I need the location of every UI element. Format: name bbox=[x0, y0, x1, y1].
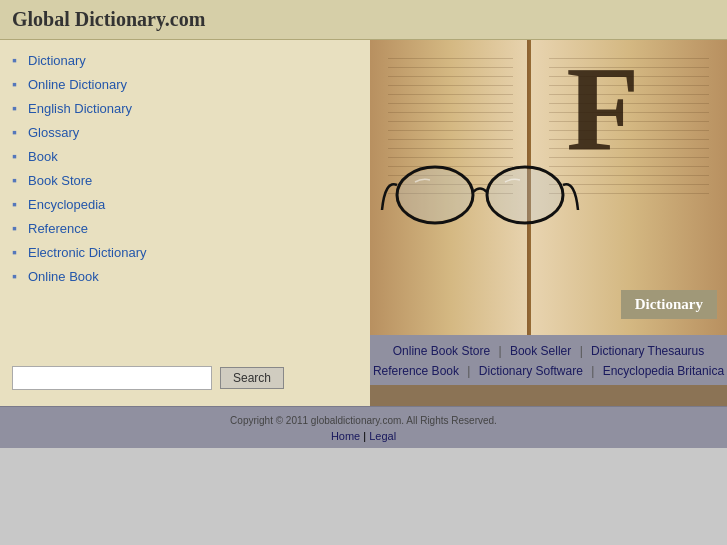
nav-label: Book bbox=[28, 149, 58, 164]
left-column: ▪Dictionary▪Online Dictionary▪English Di… bbox=[0, 40, 370, 406]
site-title: Global Dictionary.com bbox=[12, 8, 715, 31]
footer-legal-link[interactable]: Legal bbox=[369, 430, 396, 442]
link-reference-book[interactable]: Reference Book bbox=[373, 364, 459, 378]
nav-bullet: ▪ bbox=[12, 124, 22, 140]
nav-label: Glossary bbox=[28, 125, 79, 140]
sidebar-item-glossary[interactable]: ▪Glossary bbox=[0, 120, 370, 144]
copyright-text: Copyright © 2011 globaldictionary.com. A… bbox=[0, 413, 727, 428]
sidebar-item-encyclopedia[interactable]: ▪Encyclopedia bbox=[0, 192, 370, 216]
sidebar-item-book-store[interactable]: ▪Book Store bbox=[0, 168, 370, 192]
link-book-seller[interactable]: Book Seller bbox=[510, 344, 571, 358]
sidebar-item-english-dictionary[interactable]: ▪English Dictionary bbox=[0, 96, 370, 120]
sidebar-item-electronic-dictionary[interactable]: ▪Electronic Dictionary bbox=[0, 240, 370, 264]
nav-bullet: ▪ bbox=[12, 172, 22, 188]
sidebar-item-reference[interactable]: ▪Reference bbox=[0, 216, 370, 240]
nav-label: Reference bbox=[28, 221, 88, 236]
nav-bullet: ▪ bbox=[12, 52, 22, 68]
link-dictionary-thesaurus[interactable]: Dictionary Thesaurus bbox=[591, 344, 704, 358]
nav-label: Encyclopedia bbox=[28, 197, 105, 212]
search-area: Search bbox=[0, 350, 370, 406]
sidebar: ▪Dictionary▪Online Dictionary▪English Di… bbox=[0, 40, 370, 350]
nav-label: Online Book bbox=[28, 269, 99, 284]
footer: Copyright © 2011 globaldictionary.com. A… bbox=[0, 406, 727, 448]
nav-bullet: ▪ bbox=[12, 196, 22, 212]
glasses-image bbox=[380, 150, 580, 250]
nav-label: Dictionary bbox=[28, 53, 86, 68]
links-row-1: Online Book Store | Book Seller | Dictio… bbox=[370, 341, 727, 361]
nav-label: Online Dictionary bbox=[28, 77, 127, 92]
dict-label: Dictionary bbox=[621, 290, 717, 319]
nav-label: English Dictionary bbox=[28, 101, 132, 116]
nav-bullet: ▪ bbox=[12, 76, 22, 92]
svg-point-1 bbox=[399, 169, 471, 221]
nav-bullet: ▪ bbox=[12, 268, 22, 284]
book-image: F bbox=[370, 40, 727, 335]
links-row-2: Reference Book | Dictionary Software | E… bbox=[370, 361, 727, 381]
nav-bullet: ▪ bbox=[12, 148, 22, 164]
sidebar-item-book[interactable]: ▪Book bbox=[0, 144, 370, 168]
main-container: Global Dictionary.com ▪Dictionary▪Online… bbox=[0, 0, 727, 448]
nav-bullet: ▪ bbox=[12, 244, 22, 260]
content-area: ▪Dictionary▪Online Dictionary▪English Di… bbox=[0, 40, 727, 406]
footer-links: Home | Legal bbox=[0, 428, 727, 444]
sidebar-item-online-dictionary[interactable]: ▪Online Dictionary bbox=[0, 72, 370, 96]
footer-home-link[interactable]: Home bbox=[331, 430, 360, 442]
nav-bullet: ▪ bbox=[12, 220, 22, 236]
links-bar: Online Book Store | Book Seller | Dictio… bbox=[370, 335, 727, 385]
header: Global Dictionary.com bbox=[0, 0, 727, 40]
image-panel: F bbox=[370, 40, 727, 406]
search-input[interactable] bbox=[12, 366, 212, 390]
sidebar-item-online-book[interactable]: ▪Online Book bbox=[0, 264, 370, 288]
nav-bullet: ▪ bbox=[12, 100, 22, 116]
link-encyclopedia-britanica[interactable]: Encyclopedia Britanica bbox=[603, 364, 724, 378]
sidebar-item-dictionary[interactable]: ▪Dictionary bbox=[0, 48, 370, 72]
nav-label: Electronic Dictionary bbox=[28, 245, 147, 260]
link-online-book-store[interactable]: Online Book Store bbox=[393, 344, 490, 358]
search-button[interactable]: Search bbox=[220, 367, 284, 389]
svg-point-3 bbox=[489, 169, 561, 221]
link-dictionary-software[interactable]: Dictionary Software bbox=[479, 364, 583, 378]
nav-label: Book Store bbox=[28, 173, 92, 188]
